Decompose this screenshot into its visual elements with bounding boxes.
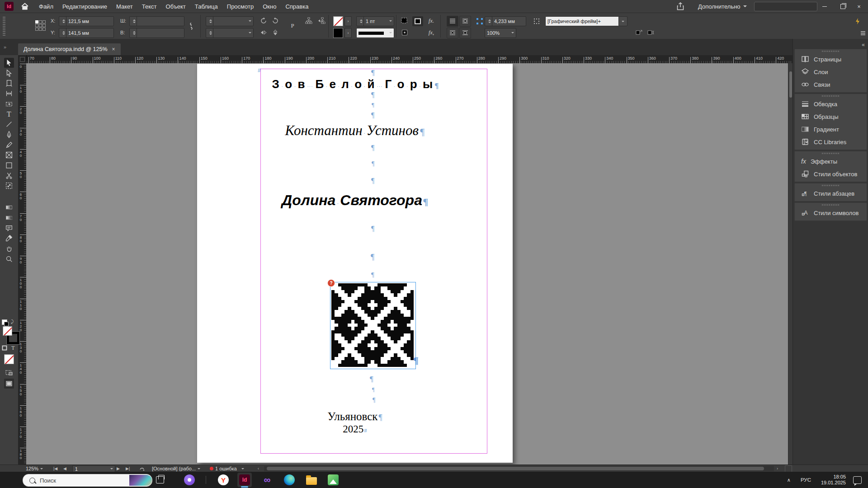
rotate-ccw-icon[interactable] (270, 16, 280, 25)
document-tab[interactable]: Долина Святогора.indd @ 125% × (18, 43, 121, 55)
task-view-button[interactable] (153, 473, 167, 487)
tray-expand-icon[interactable]: ∧ (787, 477, 791, 483)
constrain-proportions-icon[interactable] (186, 22, 196, 31)
document-page[interactable]: # ¶ З·о·в···Б·е·л·о·й···Г·о·р·ы¶ ¶ ¶ ¶ К… (197, 64, 513, 463)
close-window-button[interactable]: × (850, 0, 868, 13)
content-collector-tool[interactable] (4, 99, 14, 109)
fit-content-icon[interactable] (400, 16, 410, 25)
formatting-affects-text-icon[interactable]: T (9, 344, 17, 352)
next-page-button[interactable]: ▶ (117, 465, 120, 472)
zoom-tool[interactable] (4, 254, 14, 264)
menu-3[interactable]: Макет (112, 0, 137, 13)
page-tool[interactable] (4, 78, 14, 88)
select-previous-object-icon[interactable] (304, 16, 314, 25)
swap-fill-stroke-icon[interactable]: ⤸ (11, 319, 14, 324)
default-fill-stroke-icon[interactable] (2, 319, 7, 325)
fill-swatch[interactable] (3, 326, 12, 336)
frame-tool[interactable] (4, 150, 14, 160)
wrap-object-shape-button[interactable] (447, 28, 458, 38)
menu-5[interactable]: Объект (161, 0, 190, 13)
fill-color-expand-button[interactable]: › (344, 28, 352, 38)
preflight-profile-dropdown[interactable]: [Основной] (рабо... (152, 465, 200, 472)
scale-y-dropdown[interactable] (206, 28, 254, 38)
panel-group-drag-handle[interactable] (795, 151, 867, 155)
fit-frame-icon[interactable] (412, 16, 423, 26)
ornament-image-frame[interactable]: ? (330, 282, 416, 369)
photos-app-button[interactable] (326, 473, 340, 487)
last-page-button[interactable]: ▶| (126, 465, 130, 472)
height-stepper[interactable] (132, 28, 137, 38)
selection-tool[interactable] (4, 58, 14, 68)
panel-item-эффекты[interactable]: fxЭффекты (795, 155, 867, 168)
author-line[interactable]: Константин·Устинов¶ (197, 122, 513, 139)
additional-menu[interactable]: Дополнительно (694, 0, 750, 13)
transform-again-icon[interactable] (634, 28, 644, 37)
vertical-ruler[interactable]: 0102030405060708090100110120130140150160… (18, 63, 27, 465)
menu-8[interactable]: Окно (258, 0, 281, 13)
auto-fit-checkbox[interactable] (400, 28, 410, 37)
scissors-tool[interactable] (4, 171, 14, 181)
corner-options-proxy-icon[interactable] (475, 17, 485, 26)
frame-fitting-options-icon[interactable] (532, 17, 542, 26)
rectangle-tool[interactable] (4, 160, 14, 170)
panel-item-стили-объектов[interactable]: Стили объектов (795, 168, 867, 180)
width-field[interactable] (129, 16, 184, 26)
zoom-level-dropdown[interactable]: 125% (26, 465, 43, 472)
effects-fx-button-2[interactable]: fx, (426, 28, 436, 37)
object-style-dropdown-arrow[interactable] (618, 16, 627, 26)
flip-horizontal-icon[interactable] (259, 28, 269, 37)
restore-button[interactable] (834, 0, 852, 13)
titlebar-search-input[interactable] (754, 2, 817, 11)
ruler-origin-corner[interactable] (18, 55, 27, 63)
screen-mode-button[interactable] (4, 379, 14, 389)
window-resize-grip[interactable] (785, 465, 792, 472)
toolbar-collapse-icon[interactable]: » (4, 44, 5, 50)
book-title-line[interactable]: Долина·Святогора¶ (197, 192, 513, 209)
expand-panels-icon[interactable]: « (862, 42, 865, 48)
note-tool[interactable] (4, 223, 14, 233)
language-indicator[interactable]: РУС (801, 477, 811, 483)
search-highlight-thumbnail[interactable] (129, 475, 152, 486)
hscroll-left-arrow[interactable]: ‹ (258, 465, 259, 472)
apply-none-button[interactable] (4, 354, 14, 364)
menu-1[interactable]: Файл (34, 0, 58, 13)
select-container-icon[interactable]: P (288, 21, 297, 30)
jump-object-button[interactable] (459, 28, 471, 38)
panel-group-drag-handle[interactable] (795, 183, 867, 187)
flip-vertical-icon[interactable] (270, 28, 280, 37)
select-next-object-icon[interactable] (316, 16, 326, 25)
eyedropper-tool[interactable] (4, 233, 14, 243)
panel-item-градиент[interactable]: Градиент (795, 123, 867, 136)
object-style-dropdown[interactable]: [Графический фрейм]+ (545, 16, 619, 26)
pen-tool[interactable] (4, 130, 14, 140)
content-grabber-icon[interactable] (4, 368, 14, 378)
direct-selection-tool[interactable] (4, 68, 14, 78)
pasteboard[interactable]: # ¶ З·о·в···Б·е·л·о·й···Г·о·р·ы¶ ¶ ¶ ¶ К… (26, 63, 788, 465)
previous-page-button[interactable]: ◀ (63, 465, 66, 472)
effects-fx-button[interactable]: fx. (426, 16, 436, 25)
notification-center-icon[interactable] (853, 476, 862, 484)
corner-radius-field[interactable]: 4,233 мм (485, 16, 526, 26)
indesign-taskbar-button-active[interactable]: Id (237, 473, 252, 487)
panel-item-обводка[interactable]: Обводка (795, 98, 867, 110)
horizontal-scrollbar-thumb[interactable] (267, 467, 764, 470)
opacity-field[interactable]: 100% (485, 28, 516, 38)
menu-4[interactable]: Текст (137, 0, 161, 13)
panel-item-стили-абзацев[interactable]: ¶Стили абзацев (795, 187, 867, 200)
vertical-scrollbar-thumb[interactable] (789, 71, 792, 98)
clear-transformations-icon[interactable] (646, 28, 656, 37)
panel-item-стили-символов[interactable]: AСтили символов (795, 206, 867, 219)
panel-item-связи[interactable]: Связи (795, 78, 867, 91)
preflight-error-indicator[interactable]: 1 ошибка (210, 465, 244, 472)
gap-tool[interactable] (4, 89, 14, 99)
tab-close-icon[interactable]: × (112, 46, 115, 52)
scale-y-stepper[interactable] (208, 28, 213, 38)
panel-item-слои[interactable]: Слои (795, 66, 867, 78)
panel-group-drag-handle[interactable] (795, 203, 867, 206)
panel-group-drag-handle[interactable] (795, 49, 867, 53)
panel-group-drag-handle[interactable] (795, 94, 867, 98)
share-icon[interactable] (676, 2, 684, 11)
stroke-weight-stepper[interactable] (359, 17, 364, 26)
menu-7[interactable]: Просмотр (222, 0, 258, 13)
gradient-feather-tool[interactable] (4, 213, 14, 223)
